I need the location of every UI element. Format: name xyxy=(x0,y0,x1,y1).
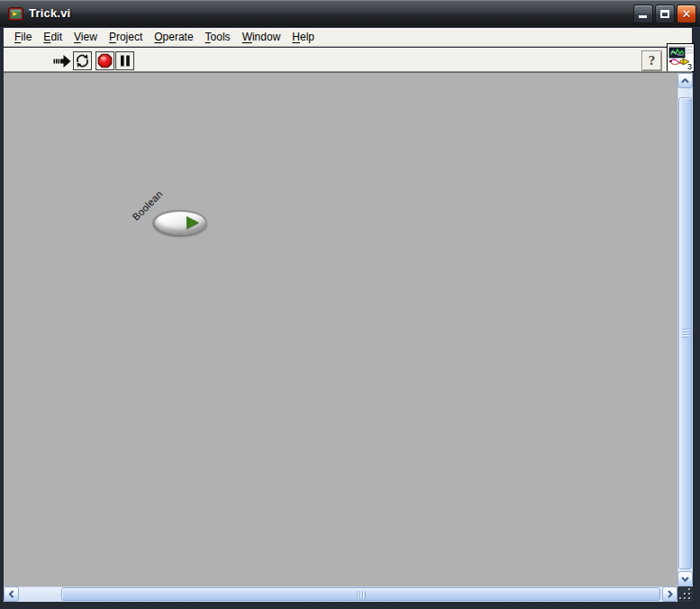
vertical-scrollbar[interactable] xyxy=(677,73,693,586)
scroll-down-button[interactable] xyxy=(677,571,693,586)
menubar: File Edit View Project Operate Tools Win… xyxy=(4,28,692,47)
vertical-scroll-thumb[interactable] xyxy=(678,97,692,569)
scroll-up-button[interactable] xyxy=(677,73,693,88)
minimize-icon xyxy=(639,15,647,18)
grip-dot xyxy=(688,597,690,599)
toolbar: ? 3 xyxy=(4,48,692,71)
boolean-push-button[interactable] xyxy=(153,210,207,235)
menu-help[interactable]: Help xyxy=(290,29,316,45)
pause-icon xyxy=(120,55,131,67)
scroll-left-button[interactable] xyxy=(4,586,19,602)
grip-dot xyxy=(684,593,686,595)
context-help-button[interactable]: ? xyxy=(641,50,662,71)
close-button[interactable]: ✕ xyxy=(677,5,696,23)
front-panel-canvas: Boolean xyxy=(4,73,677,586)
grip-dot xyxy=(688,588,690,590)
abort-button[interactable] xyxy=(95,51,114,70)
play-triangle-icon xyxy=(186,216,199,229)
scroll-thumb-grip xyxy=(357,591,366,598)
chevron-up-icon xyxy=(681,78,689,84)
abort-stop-icon xyxy=(97,53,113,68)
menu-operate[interactable]: Operate xyxy=(152,29,195,45)
scroll-thumb-grip xyxy=(682,329,689,338)
maximize-icon xyxy=(660,10,669,18)
chevron-left-icon xyxy=(9,590,14,598)
menu-edit[interactable]: Edit xyxy=(41,29,64,45)
resize-grip[interactable] xyxy=(677,586,693,602)
chevron-down-icon xyxy=(681,577,689,582)
run-arrow-icon xyxy=(53,53,71,69)
grip-dot xyxy=(684,597,686,599)
maximize-button[interactable] xyxy=(655,5,675,23)
titlebar[interactable]: Trick.vi ✕ xyxy=(0,0,700,28)
continuous-run-icon xyxy=(75,53,90,68)
minimize-button[interactable] xyxy=(633,5,653,23)
horizontal-scroll-thumb[interactable] xyxy=(61,587,660,601)
pause-button[interactable] xyxy=(115,51,134,70)
menu-file[interactable]: File xyxy=(13,29,33,45)
horizontal-scrollbar[interactable] xyxy=(4,586,677,602)
menu-project[interactable]: Project xyxy=(107,29,144,45)
grip-dot xyxy=(679,597,681,599)
labview-front-panel-window: Trick.vi ✕ File Edit View Project Operat… xyxy=(0,0,700,609)
menu-view[interactable]: View xyxy=(72,29,99,45)
menu-window[interactable]: Window xyxy=(241,29,283,45)
window-title: Trick.vi xyxy=(29,6,70,20)
vi-icon-badge: 3 xyxy=(687,62,692,71)
run-button[interactable] xyxy=(52,51,71,70)
vi-icon[interactable]: 3 xyxy=(667,43,695,72)
close-icon: ✕ xyxy=(682,7,692,21)
chevron-right-icon xyxy=(668,590,673,598)
labview-app-icon[interactable] xyxy=(8,6,23,22)
grip-dot xyxy=(688,593,690,595)
scroll-right-button[interactable] xyxy=(662,586,677,602)
run-continuously-button[interactable] xyxy=(73,51,92,70)
menu-tools[interactable]: Tools xyxy=(204,29,232,45)
